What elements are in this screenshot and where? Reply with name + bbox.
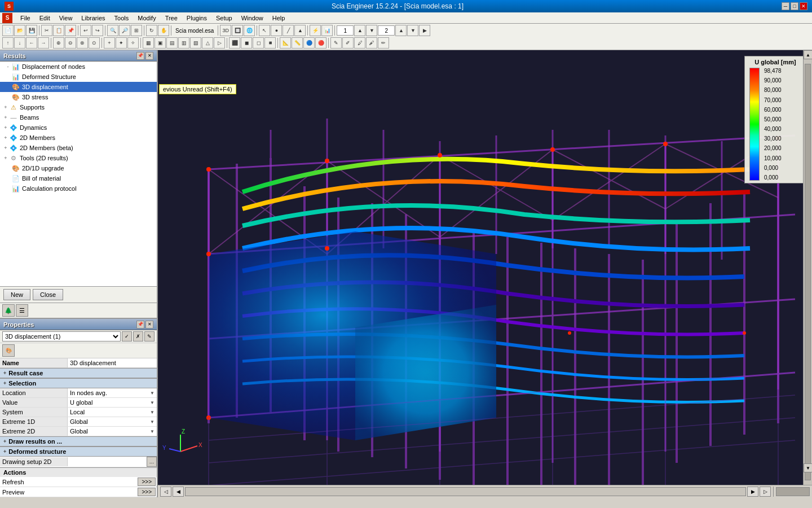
bottom-btn-1[interactable]: ◁: [160, 487, 171, 497]
deformed-structure-section[interactable]: + Deformed structure: [0, 446, 157, 457]
tree-item-deformed-structure[interactable]: 📊 Deformed Structure: [0, 72, 157, 82]
tb-step-up-1[interactable]: ▲: [354, 25, 365, 36]
tb-new[interactable]: 📄: [2, 25, 14, 36]
close-results-button[interactable]: Close: [33, 289, 63, 300]
selection-section[interactable]: + Selection: [0, 378, 157, 388]
menu-libraries[interactable]: Libraries: [77, 14, 109, 23]
tb-select[interactable]: ↖: [259, 25, 270, 36]
tree-item-2d-members-beta[interactable]: + 💠 2D Members (beta): [0, 143, 157, 153]
prop-val-extreme2d[interactable]: Global ▼: [68, 427, 157, 436]
tb-zoom-out[interactable]: 🔎: [119, 25, 130, 36]
tb-view3d[interactable]: 3D: [220, 25, 231, 36]
tb-save[interactable]: 💾: [26, 25, 37, 36]
result-case-section[interactable]: + Result case: [0, 368, 157, 378]
panel-tab-list[interactable]: ☰: [16, 304, 28, 317]
prop-edit-btn[interactable]: ✎: [144, 331, 155, 341]
menu-plugins[interactable]: Plugins: [182, 14, 211, 23]
prop-validate-btn[interactable]: ✓: [122, 331, 132, 341]
tb2-19[interactable]: ⬛: [229, 37, 240, 49]
properties-close-button[interactable]: ✕: [145, 321, 153, 329]
tb-step-up-2[interactable]: ▲: [395, 25, 407, 36]
tb-pan[interactable]: ✋: [158, 25, 169, 36]
tree-item-dynamics[interactable]: + 💠 Dynamics: [0, 122, 157, 133]
tb-results[interactable]: 📊: [321, 25, 333, 36]
tb2-5[interactable]: ⊕: [53, 37, 64, 49]
bottom-btn-2[interactable]: ◀: [173, 487, 184, 497]
tb-cut[interactable]: ✂: [41, 25, 52, 36]
tree-item-tools-2d[interactable]: + ⚙ Tools (2D results): [0, 153, 157, 163]
new-button[interactable]: New: [3, 289, 30, 300]
results-pin-button[interactable]: 📌: [136, 52, 144, 60]
tb2-1[interactable]: ↑: [2, 37, 14, 49]
bottom-btn-4[interactable]: ▷: [760, 487, 771, 497]
prop-cancel-btn[interactable]: ✗: [133, 331, 143, 341]
tb2-13[interactable]: ▣: [155, 37, 166, 49]
tb-undo[interactable]: ↩: [80, 25, 91, 36]
scroll-thumb[interactable]: [805, 64, 811, 480]
tree-item-displacement-nodes[interactable]: - 📊 Displacement of nodes: [0, 62, 157, 72]
tb2-29[interactable]: 🖊: [354, 37, 365, 49]
tb2-30[interactable]: 🖋: [366, 37, 377, 49]
preview-button[interactable]: >>>: [138, 488, 156, 496]
tb2-9[interactable]: +: [104, 37, 115, 49]
tb2-16[interactable]: ▧: [190, 37, 201, 49]
tb-open[interactable]: 📂: [14, 25, 25, 36]
menu-edit[interactable]: Edit: [35, 14, 55, 23]
menu-modify[interactable]: Modify: [133, 14, 160, 23]
tb2-12[interactable]: ▦: [143, 37, 154, 49]
tree-item-3d-stress[interactable]: 🎨 3D stress: [0, 92, 157, 102]
tree-item-2d-members[interactable]: + 💠 2D Members: [0, 133, 157, 143]
main-viewport[interactable]: evious Unread (Shift+F4): [158, 50, 812, 497]
tb2-26[interactable]: 🔴: [315, 37, 326, 49]
tb-animate[interactable]: ▶: [419, 25, 430, 36]
tb2-28[interactable]: ✐: [342, 37, 354, 49]
prop-color-btn[interactable]: 🎨: [2, 344, 15, 357]
tb2-31[interactable]: ✏: [378, 37, 389, 49]
tb-node[interactable]: ●: [271, 25, 282, 36]
tb-step-dn-2[interactable]: ▼: [407, 25, 418, 36]
menu-tools[interactable]: Tools: [110, 14, 134, 23]
drawing-setup-btn[interactable]: …: [147, 457, 157, 467]
tb2-17[interactable]: △: [202, 37, 213, 49]
tb-zoom-fit[interactable]: ⊞: [131, 25, 142, 36]
tree-item-beams[interactable]: + — Beams: [0, 112, 157, 122]
tb-paste[interactable]: 📌: [65, 25, 76, 36]
tb-step-dn-1[interactable]: ▼: [366, 25, 377, 36]
tb2-8[interactable]: ⊙: [89, 37, 100, 49]
tb-zoom-in[interactable]: 🔍: [107, 25, 118, 36]
scroll-down-button[interactable]: ▼: [804, 463, 812, 472]
minimize-button[interactable]: ─: [782, 2, 789, 10]
tb2-4[interactable]: →: [38, 37, 49, 49]
refresh-button[interactable]: >>>: [138, 478, 156, 486]
restore-button[interactable]: □: [791, 2, 798, 10]
viewport-scrollbar-vertical[interactable]: ▲ ▼: [803, 50, 812, 485]
panel-tab-tree[interactable]: 🌲: [2, 304, 15, 317]
tb2-25[interactable]: 🔵: [303, 37, 315, 49]
horizontal-scrollbar[interactable]: [185, 487, 746, 496]
bottom-nav-bar[interactable]: [776, 487, 810, 496]
tb2-11[interactable]: ✧: [127, 37, 139, 49]
tree-item-calc-protocol[interactable]: 📊 Calculation protocol: [0, 183, 157, 194]
tb2-24[interactable]: 📏: [292, 37, 303, 49]
results-panel-controls[interactable]: 📌 ✕: [136, 52, 153, 60]
draw-results-section[interactable]: + Draw results on ...: [0, 436, 157, 446]
step-input-1[interactable]: [337, 25, 354, 36]
close-button[interactable]: ✕: [800, 2, 807, 10]
tb2-22[interactable]: ◾: [264, 37, 276, 49]
tb2-20[interactable]: ◼: [241, 37, 252, 49]
tree-item-bill-of-material[interactable]: 📄 Bill of material: [0, 173, 157, 183]
tb2-21[interactable]: ◻: [253, 37, 264, 49]
step-input-2[interactable]: [378, 25, 395, 36]
tree-item-3d-displacement[interactable]: 🎨 3D displacement: [0, 82, 157, 92]
prop-val-location[interactable]: In nodes avg. ▼: [68, 388, 157, 397]
prop-val-value[interactable]: U global ▼: [68, 398, 157, 407]
tb2-15[interactable]: ▥: [178, 37, 189, 49]
tb-calc[interactable]: ⚡: [310, 25, 321, 36]
tb-copy[interactable]: 📋: [53, 25, 64, 36]
menu-window[interactable]: Window: [237, 14, 268, 23]
tb-render[interactable]: 🌐: [244, 25, 255, 36]
tb2-10[interactable]: ✦: [116, 37, 127, 49]
menu-setup[interactable]: Setup: [211, 14, 237, 23]
tb-wireframe[interactable]: 🔲: [232, 25, 243, 36]
tree-item-supports[interactable]: + ⚠ Supports: [0, 102, 157, 112]
